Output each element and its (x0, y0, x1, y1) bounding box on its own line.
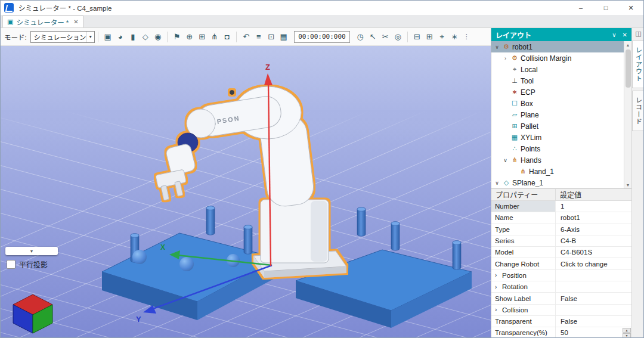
maximize-button[interactable]: □ (593, 1, 618, 15)
spinner-control[interactable]: ▲▼ (623, 328, 631, 337)
tree-item-local[interactable]: ⌖Local (491, 64, 624, 75)
panel-close-icon[interactable]: ✕ (623, 32, 627, 38)
property-name[interactable]: Series (491, 235, 556, 246)
property-value[interactable]: C4-B (556, 235, 631, 246)
marker-icon[interactable]: ⊕ (183, 30, 196, 44)
pallet-icon[interactable]: ⊞ (196, 30, 208, 44)
scroll-up-icon[interactable]: ▲ (626, 41, 630, 48)
chevron-right-icon[interactable]: › (495, 272, 500, 278)
property-value[interactable]: 6-Axis (556, 224, 631, 235)
stack-icon[interactable]: ⊟ (411, 30, 423, 44)
view-icons-group: ▣◕▮◇◉ (101, 30, 164, 44)
tree-scrollbar[interactable]: ▲ ▼ (624, 41, 631, 188)
tree-item-tool[interactable]: ⊥Tool (491, 75, 624, 86)
property-value-label: 6-Axis (561, 226, 580, 233)
side-tab-record[interactable]: レコード (632, 91, 644, 131)
property-value[interactable]: Click to change (556, 258, 631, 269)
pick-cursor-icon[interactable]: ↖ (367, 30, 379, 44)
property-value[interactable] (556, 281, 631, 292)
property-value[interactable]: robot1 (556, 212, 631, 223)
property-value[interactable]: False (556, 293, 631, 303)
chevron-down-icon[interactable]: ∨ (494, 44, 500, 50)
scatter-icon[interactable]: ∗ (448, 30, 461, 44)
tree-item-hand-1[interactable]: ⋔Hand_1 (491, 166, 624, 177)
property-value[interactable] (556, 305, 631, 315)
panel-chevron-down-icon[interactable]: ∨ (612, 32, 616, 38)
property-name[interactable]: ›Position (491, 270, 556, 281)
property-name[interactable]: Show Label (491, 293, 556, 303)
orientation-cube[interactable] (9, 292, 57, 334)
tab-bar: ▣ シミュレーター * ✕ (1, 15, 643, 28)
property-name[interactable]: Change Robot (491, 258, 556, 269)
tree-item-pallet[interactable]: ⊞Pallet (491, 120, 624, 132)
property-name[interactable]: Name (491, 212, 556, 223)
local-icon: ⌖ (510, 66, 519, 73)
property-value[interactable]: C4-B601S (556, 247, 631, 258)
chevron-down-icon[interactable]: ∨ (494, 180, 500, 186)
target-icon[interactable]: ◎ (392, 30, 404, 44)
property-value[interactable]: 50▲▼ (556, 327, 631, 337)
property-value[interactable] (556, 270, 631, 281)
toolbar-separator (98, 32, 98, 42)
viewport-panel-collapse[interactable]: ▼ (5, 247, 58, 255)
center-icon[interactable]: ⌖ (436, 30, 448, 44)
property-name[interactable]: Model (491, 247, 556, 258)
dock-icon[interactable]: ◫ (635, 30, 641, 38)
scrollbar-thumb[interactable] (626, 49, 631, 88)
minimize-button[interactable]: – (568, 1, 593, 15)
tree-item-robot1[interactable]: ∨⚙robot1 (491, 41, 624, 52)
parallel-projection-checkbox[interactable] (7, 260, 16, 269)
sphere-view-icon[interactable]: ◕ (114, 30, 126, 44)
side-tab-layout[interactable]: レイアウト (632, 41, 644, 88)
property-name[interactable]: Transparent (491, 316, 556, 327)
chevron-right-icon[interactable]: › (502, 55, 509, 61)
tab-simulator[interactable]: ▣ シミュレーター * ✕ (2, 15, 83, 27)
list-icon[interactable]: ≡ (252, 30, 265, 44)
tree-item-plane[interactable]: ▱Plane (491, 109, 624, 120)
toolbar-separator (236, 32, 237, 42)
window-controls: – □ ✕ (568, 1, 643, 15)
grid-snap-icon[interactable]: ⊞ (423, 30, 436, 44)
close-button[interactable]: ✕ (618, 1, 643, 15)
property-value[interactable]: False (556, 316, 631, 327)
property-value[interactable]: 1 (556, 201, 631, 212)
cylinder-icon[interactable]: ▮ (126, 30, 139, 44)
tree-item-points[interactable]: ∴Points (491, 143, 624, 154)
parallel-projection-label: 平行投影 (19, 259, 48, 269)
tree-item-ecp[interactable]: ∗ECP (491, 86, 624, 98)
eye-icon[interactable]: ◉ (151, 30, 164, 44)
frame-icon[interactable]: ⊡ (265, 30, 277, 44)
property-name[interactable]: Transparency(%) (491, 327, 556, 337)
cube-view-icon[interactable]: ▣ (101, 30, 114, 44)
clock-icon[interactable]: ◷ (354, 30, 367, 44)
property-name[interactable]: ›Rotation (491, 281, 556, 292)
undo-icon[interactable]: ↶ (240, 30, 252, 44)
toolbar-overflow-icon[interactable]: ⋮ (463, 33, 470, 41)
schedule-icon[interactable]: ▦ (277, 30, 290, 44)
3d-viewport[interactable]: EPSON (1, 46, 491, 338)
tree-item-splane-1[interactable]: ∨◇SPlane_1 (491, 177, 624, 188)
flag-icon[interactable]: ⚑ (171, 30, 183, 44)
property-name[interactable]: Number (491, 201, 556, 212)
mode-dropdown[interactable]: シミュレーション ▼ (30, 31, 95, 43)
tree-item-box[interactable]: ☐Box (491, 98, 624, 109)
chevron-right-icon[interactable]: › (495, 284, 500, 290)
hand-tool-icon[interactable]: ⋔ (208, 30, 221, 44)
scroll-down-icon[interactable]: ▼ (626, 181, 630, 188)
property-name[interactable]: Type (491, 224, 556, 235)
tab-close-icon[interactable]: ✕ (73, 18, 78, 25)
tree-item-hands[interactable]: ∨⋔Hands (491, 154, 624, 166)
cut-icon[interactable]: ✂ (379, 30, 392, 44)
camera-icon[interactable]: ◘ (221, 30, 233, 44)
spinner-up-icon[interactable]: ▲ (623, 328, 631, 333)
tree-item-label: Hands (521, 156, 541, 165)
spinner-down-icon[interactable]: ▼ (623, 333, 631, 337)
layout-panel: レイアウト ∨ ✕ ∨⚙robot1›⚙Collision Margin⌖Loc… (491, 28, 631, 337)
3d-viewport-scene[interactable]: EPSON (1, 46, 491, 338)
tree-item-xylim[interactable]: ▦XYLim (491, 132, 624, 143)
chevron-down-icon[interactable]: ∨ (502, 157, 509, 163)
tree-item-collision-margin[interactable]: ›⚙Collision Margin (491, 52, 624, 64)
property-name[interactable]: ›Collision (491, 305, 556, 315)
chevron-right-icon[interactable]: › (495, 306, 500, 313)
plane-icon[interactable]: ◇ (139, 30, 151, 44)
